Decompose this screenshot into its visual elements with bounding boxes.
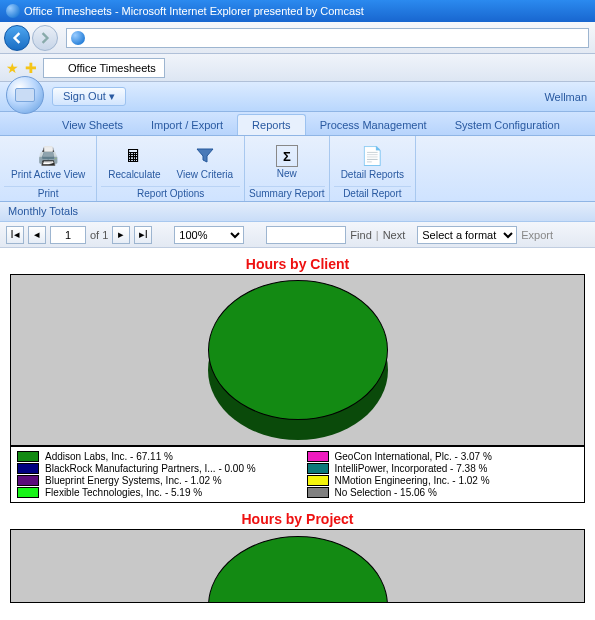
report-toolbar: I◂ ◂ of 1 ▸ ▸I 100% Find | Next Select a…: [0, 222, 595, 248]
chart1-legend: Addison Labs, Inc. - 67.11 %GeoCon Inter…: [10, 446, 585, 503]
group-report-options: 🖩 Recalculate View Criteria Report Optio…: [97, 136, 245, 201]
pie-chart: [208, 280, 388, 440]
tab-process-management[interactable]: Process Management: [306, 115, 441, 135]
tab-icon: [52, 62, 64, 74]
forward-button[interactable]: [32, 25, 58, 51]
window-titlebar: Office Timesheets - Microsoft Internet E…: [0, 0, 595, 22]
tab-view-sheets[interactable]: View Sheets: [48, 115, 137, 135]
group-summary-report: Σ New Summary Report: [245, 136, 330, 201]
format-select[interactable]: Select a format: [417, 226, 517, 244]
legend-item: NMotion Engineering, Inc. - 1.02 %: [307, 475, 579, 486]
favorites-bar: ★ ✚ Office Timesheets: [0, 54, 595, 82]
new-summary-button[interactable]: Σ New: [269, 138, 305, 186]
export-link[interactable]: Export: [521, 229, 553, 241]
add-favorite-icon[interactable]: ✚: [25, 60, 37, 76]
window-title: Office Timesheets - Microsoft Internet E…: [24, 5, 364, 17]
ribbon-header: Sign Out ▾ Wellman: [0, 82, 595, 112]
chart1-box: [10, 274, 585, 446]
chart2-title: Hours by Project: [10, 509, 585, 529]
chart2-box: [10, 529, 585, 603]
legend-item: Addison Labs, Inc. - 67.11 %: [17, 451, 289, 462]
group-summary-title: Summary Report: [249, 186, 325, 199]
legend-item: IntelliPower, Incorporated - 7.38 %: [307, 463, 579, 474]
tab-import-export[interactable]: Import / Export: [137, 115, 237, 135]
tab-system-configuration[interactable]: System Configuration: [441, 115, 574, 135]
username: Wellman: [544, 91, 587, 103]
ribbon: 🖨️ Print Active View Print 🖩 Recalculate…: [0, 136, 595, 202]
group-detail-report: 📄 Detail Reports Detail Report: [330, 136, 416, 201]
recalculate-button[interactable]: 🖩 Recalculate: [101, 138, 167, 186]
app-orb[interactable]: [6, 76, 44, 114]
ie-icon: [6, 4, 20, 18]
view-criteria-button[interactable]: View Criteria: [170, 138, 241, 186]
first-page-button[interactable]: I◂: [6, 226, 24, 244]
chart1-title: Hours by Client: [10, 254, 585, 274]
report-name-bar: Monthly Totals: [0, 202, 595, 222]
funnel-icon: [193, 144, 217, 168]
orb-icon: [15, 88, 35, 102]
zoom-select[interactable]: 100%: [174, 226, 244, 244]
tab-reports[interactable]: Reports: [237, 114, 306, 135]
group-print-title: Print: [4, 186, 92, 199]
find-input[interactable]: [266, 226, 346, 244]
browser-tab[interactable]: Office Timesheets: [43, 58, 165, 78]
legend-item: GeoCon International, Plc. - 3.07 %: [307, 451, 579, 462]
menu-tabs: View Sheets Import / Export Reports Proc…: [0, 112, 595, 136]
report-content: Hours by Client Addison Labs, Inc. - 67.…: [0, 248, 595, 620]
prev-page-button[interactable]: ◂: [28, 226, 46, 244]
page-of: of 1: [90, 229, 108, 241]
group-print: 🖨️ Print Active View Print: [0, 136, 97, 201]
print-active-view-button[interactable]: 🖨️ Print Active View: [4, 138, 92, 186]
address-bar[interactable]: [66, 28, 589, 48]
page-icon: [71, 31, 85, 45]
legend-item: BlackRock Manufacturing Partners, I... -…: [17, 463, 289, 474]
next-page-button[interactable]: ▸: [112, 226, 130, 244]
printer-icon: 🖨️: [36, 144, 60, 168]
tab-label: Office Timesheets: [68, 62, 156, 74]
next-label[interactable]: Next: [383, 229, 406, 241]
report-icon: 📄: [360, 144, 384, 168]
sign-out-button[interactable]: Sign Out ▾: [52, 87, 126, 106]
back-button[interactable]: [4, 25, 30, 51]
find-label[interactable]: Find: [350, 229, 371, 241]
group-detail-title: Detail Report: [334, 186, 411, 199]
calculator-icon: 🖩: [122, 144, 146, 168]
legend-item: No Selection - 15.06 %: [307, 487, 579, 498]
page-input[interactable]: [50, 226, 86, 244]
detail-reports-button[interactable]: 📄 Detail Reports: [334, 138, 411, 186]
favorites-icon[interactable]: ★: [6, 60, 19, 76]
last-page-button[interactable]: ▸I: [134, 226, 152, 244]
group-report-options-title: Report Options: [101, 186, 240, 199]
pie-chart-2: [208, 536, 388, 603]
nav-toolbar: [0, 22, 595, 54]
sigma-icon: Σ: [276, 145, 298, 167]
legend-item: Blueprint Energy Systems, Inc. - 1.02 %: [17, 475, 289, 486]
legend-item: Flexible Technologies, Inc. - 5.19 %: [17, 487, 289, 498]
